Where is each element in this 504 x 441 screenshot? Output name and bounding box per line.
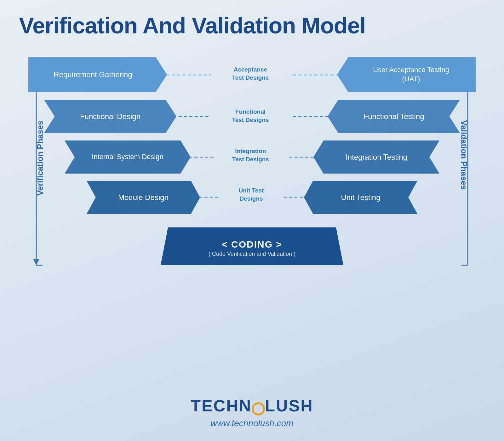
module-design-box: Module Design bbox=[87, 181, 200, 214]
acceptance-label: AcceptanceTest Designs bbox=[214, 66, 287, 82]
verification-phases-label: Verification Phases bbox=[35, 152, 45, 162]
svg-marker-3 bbox=[33, 259, 39, 265]
logo-o-icon bbox=[252, 402, 265, 415]
unit-label: Unit TestDesigns bbox=[220, 186, 282, 203]
unit-testing-box: Unit Testing bbox=[304, 181, 417, 214]
functional-label: FunctionalTest Designs bbox=[214, 108, 287, 124]
diagram-container: Requirement Gathering Functional Design … bbox=[19, 51, 485, 335]
internal-design-box: Internal System Design bbox=[65, 140, 191, 174]
validation-phases-label: Validation Phases bbox=[459, 152, 469, 162]
logo-url: www.technolush.com bbox=[191, 418, 313, 428]
integration-testing-box: Integration Testing bbox=[313, 140, 439, 174]
logo-area: TECHNLUSH www.technolush.com bbox=[191, 396, 313, 428]
req-gathering-box: Requirement Gathering bbox=[28, 57, 167, 92]
coding-box: < CODING > ( Code Verification and Valid… bbox=[161, 227, 343, 265]
coding-main-text: < CODING > bbox=[222, 238, 282, 250]
page-title: Verification And Validation Model bbox=[0, 0, 504, 45]
func-testing-box: Functional Testing bbox=[328, 100, 460, 133]
coding-sub-text: ( Code Verification and Validation ) bbox=[209, 250, 295, 258]
uat-box: User Acceptance Testing(UAT) bbox=[337, 57, 476, 92]
integration-label: IntegrationTest Designs bbox=[217, 147, 284, 163]
logo: TECHNLUSH bbox=[191, 396, 313, 417]
func-design-box: Functional Design bbox=[44, 100, 176, 133]
